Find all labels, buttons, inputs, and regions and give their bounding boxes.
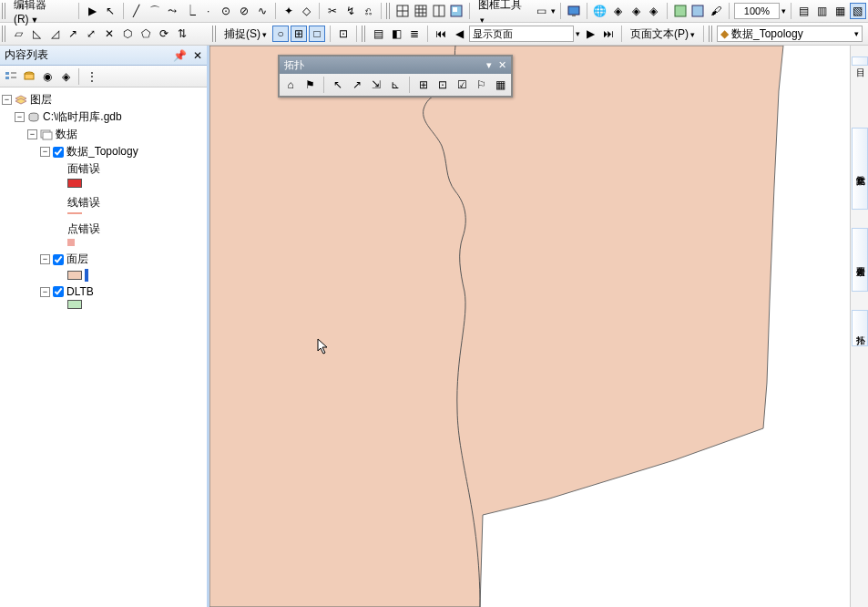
snap-grid-icon[interactable]: ⊞ [291,26,307,42]
grip[interactable] [2,26,6,42]
collapse-icon[interactable]: − [40,147,50,157]
tree-dataset[interactable]: − 数据 [2,126,205,143]
topo-edit1-icon[interactable]: ↖ [330,77,346,93]
collapse-icon[interactable]: − [2,95,12,105]
tool-line[interactable]: ╱ [128,3,145,19]
map-canvas[interactable]: 拓扑 ▾ ✕ ⌂ ⚑ ↖ ↗ ⇲ ⊾ ⊞ ⊡ ☑ ⚐ ▦ [209,46,868,607]
collapse-icon[interactable]: − [27,129,37,139]
tree-dltb-layer[interactable]: − DLTB [2,284,205,299]
toc-list-by-source-icon[interactable] [21,68,37,85]
grip[interactable] [362,26,366,42]
sketch10-icon[interactable]: ⇅ [174,26,190,42]
snap-circle-icon[interactable]: ○ [272,26,289,42]
topo-fix4-icon[interactable]: ⚐ [473,77,489,93]
prev-page-icon[interactable]: ◀ [451,26,467,42]
sketch7-icon[interactable]: ⬡ [119,26,136,42]
snap-square-icon[interactable]: □ [309,26,325,42]
tree-topology[interactable]: − 数据_Topology [2,143,205,160]
topo-fix3-icon[interactable]: ☑ [454,77,470,93]
grip[interactable] [386,3,391,19]
doc1-icon[interactable]: ▤ [796,3,812,19]
layer2-icon[interactable]: ◈ [628,3,644,19]
table-green-icon[interactable] [672,3,689,19]
close-icon[interactable]: ✕ [193,49,202,62]
tool-point[interactable]: ✦ [281,3,297,19]
right-tab-2[interactable]: 创建要素 [852,228,868,292]
grid3-icon[interactable] [431,3,447,19]
table-blue-icon[interactable] [689,3,706,19]
brush-icon[interactable]: 🖌 [708,3,724,19]
snap-xy-icon[interactable]: ⊡ [335,26,352,42]
topo-fix1-icon[interactable]: ⊞ [415,77,432,93]
first-page-icon[interactable]: ⏮ [433,26,449,42]
collapse-icon[interactable]: − [40,287,50,297]
topo-home-icon[interactable]: ⌂ [282,77,299,93]
tree-area-error[interactable]: 面错误 [2,160,205,178]
grid1-icon[interactable] [394,3,411,19]
page1-icon[interactable]: ▤ [370,26,386,42]
sketch5-icon[interactable]: ⤢ [83,26,99,42]
display-icon[interactable] [566,3,582,19]
topo-edit4-icon[interactable]: ⊾ [387,77,403,93]
tree-line-error[interactable]: 线错误 [2,194,205,211]
editor-menu[interactable]: 编辑器(R)▼ [10,0,75,26]
collapse-icon[interactable]: − [40,254,50,264]
tool-split[interactable]: ⎌ [361,3,377,19]
layer-checkbox[interactable] [53,147,64,158]
grip[interactable] [212,26,217,42]
sketch9-icon[interactable]: ⟳ [156,26,172,42]
topo-inspector-icon[interactable]: ▦ [492,77,508,93]
globe-icon[interactable]: 🌐 [592,3,608,19]
page2-icon[interactable]: ◧ [388,26,404,42]
next-page-icon[interactable]: ▶ [582,26,598,42]
topology-toolbar[interactable]: 拓扑 ▾ ✕ ⌂ ⚑ ↖ ↗ ⇲ ⊾ ⊞ ⊡ ☑ ⚐ ▦ [278,55,513,98]
grid2-icon[interactable] [413,3,429,19]
tree-gdb[interactable]: − C:\临时用库.gdb [2,108,205,126]
tree-point-error[interactable]: 点错误 [2,221,205,238]
frame-tools-menu[interactable]: 图框工具▾ [475,0,531,26]
toc-list-by-visibility-icon[interactable]: ◉ [39,68,56,85]
layer-checkbox[interactable] [53,254,64,265]
sketch4-icon[interactable]: ↗ [65,26,81,42]
sketch3-icon[interactable]: ◿ [46,26,63,42]
topo-validate-icon[interactable]: ⚑ [301,77,318,93]
close-icon[interactable]: ✕ [498,59,506,70]
doc2-icon[interactable]: ▥ [814,3,831,19]
sketch2-icon[interactable]: ◺ [28,26,45,42]
tree-face-layer[interactable]: − 面层 [2,251,205,268]
last-page-icon[interactable]: ⏭ [600,26,617,42]
doc4-icon[interactable]: ▧ [850,3,866,19]
page-display-combo[interactable] [469,26,574,42]
topo-edit3-icon[interactable]: ⇲ [368,77,384,93]
layout-icon[interactable] [449,3,465,19]
grip[interactable] [2,3,6,19]
tool-endpoint[interactable]: ⊙ [219,3,235,19]
page-text-menu[interactable]: 页面文本(P)▾ [627,26,699,42]
collapse-icon[interactable]: − [15,112,25,122]
topo-fix2-icon[interactable]: ⊡ [434,77,451,93]
toc-list-by-selection-icon[interactable]: ◈ [57,68,74,85]
tool-bezier[interactable]: ∿ [254,3,271,19]
tool-trace[interactable]: ⤳ [164,3,180,19]
layer-checkbox[interactable] [53,286,64,297]
topology-combo[interactable]: ◆ 数据_Topology ▾ [717,26,863,42]
toc-options-icon[interactable]: ⋮ [84,68,100,85]
layer-icon[interactable]: ◈ [610,3,627,19]
tool-tangent[interactable]: ⊘ [236,3,252,19]
edit-tool-arrow[interactable]: ▶ [84,3,100,19]
right-tab-0[interactable]: 目 [852,57,868,66]
tool-arc[interactable]: ⌒ [147,3,163,19]
layer3-icon[interactable]: ◈ [646,3,662,19]
tool-reshape[interactable]: ↯ [342,3,359,19]
topo-edit2-icon[interactable]: ↗ [349,77,365,93]
zoom-input[interactable] [734,3,780,19]
right-tab-1[interactable]: 指北针文本 [852,128,868,210]
minimize-icon[interactable]: ▾ [486,59,492,70]
right-tab-3[interactable]: 拓扑 [852,310,868,346]
tool-rightangle[interactable]: ⎿ [182,3,199,19]
sketch1-icon[interactable]: ▱ [10,26,26,42]
tree-root[interactable]: − 图层 [2,91,205,108]
tool-midpoint[interactable]: · [200,3,217,19]
snap-menu[interactable]: 捕捉(S)▾ [220,26,271,42]
grip[interactable] [709,26,713,42]
